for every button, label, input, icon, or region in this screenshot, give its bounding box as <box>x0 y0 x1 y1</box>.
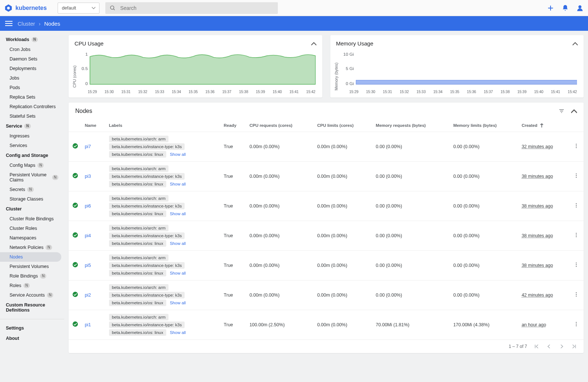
filter-icon[interactable] <box>559 108 565 114</box>
sidebar-item[interactable]: SecretsN <box>0 185 64 194</box>
collapse-icon[interactable] <box>573 41 578 46</box>
sidebar-item[interactable]: RolesN <box>0 281 64 290</box>
more-icon[interactable] <box>573 291 579 297</box>
sidebar-item[interactable]: About <box>0 333 64 344</box>
svg-point-22 <box>73 143 78 148</box>
badge: N <box>24 124 30 129</box>
next-page-icon[interactable] <box>559 344 565 349</box>
search-input[interactable] <box>120 5 273 11</box>
create-icon[interactable] <box>547 4 554 12</box>
column-header[interactable]: Memory requests (bytes) <box>373 120 450 132</box>
cell-mem_lim: 0.00 (0.00%) <box>450 132 519 161</box>
bell-icon[interactable] <box>562 4 569 12</box>
tick: 15:41 <box>290 90 299 94</box>
cell-ready: True <box>221 132 247 161</box>
sidebar-item[interactable]: Network PoliciesN <box>0 243 64 252</box>
breadcrumb-parent[interactable]: Cluster <box>18 21 35 27</box>
show-all-link[interactable]: Show all <box>170 212 186 216</box>
show-all-link[interactable]: Show all <box>170 182 186 186</box>
breadcrumb-current: Nodes <box>44 21 60 27</box>
sidebar-item[interactable]: Jobs <box>0 73 64 83</box>
show-all-link[interactable]: Show all <box>170 301 186 305</box>
namespace-select[interactable]: default <box>58 3 99 14</box>
cell-mem_lim: 0.00 (0.00%) <box>450 191 519 221</box>
sidebar-section-header[interactable]: Config and Storage <box>0 150 64 161</box>
node-link[interactable]: pi1 <box>85 322 91 327</box>
collapse-icon[interactable] <box>571 108 577 114</box>
more-icon[interactable] <box>573 321 579 327</box>
node-link[interactable]: pi2 <box>85 293 91 298</box>
sidebar-section-header[interactable]: ServiceN <box>0 121 64 131</box>
sidebar-item[interactable]: Stateful Sets <box>0 111 64 121</box>
cell-ready: True <box>221 310 247 339</box>
sidebar-item[interactable]: Services <box>0 141 64 150</box>
cell-mem_req: 0.00 (0.00%) <box>373 280 450 310</box>
column-header[interactable]: Name <box>82 120 106 132</box>
collapse-icon[interactable] <box>311 41 316 46</box>
tick: 15:34 <box>433 90 442 94</box>
badge: N <box>52 175 58 180</box>
column-header[interactable]: Ready <box>221 120 247 132</box>
more-icon[interactable] <box>573 143 579 149</box>
sidebar-item[interactable]: Storage Classes <box>0 194 64 204</box>
node-link[interactable]: pi5 <box>85 263 91 268</box>
prev-page-icon[interactable] <box>546 344 552 349</box>
column-header[interactable]: CPU requests (cores) <box>247 120 315 132</box>
column-header[interactable]: Labels <box>106 120 221 132</box>
y-axis-label: CPU (cores) <box>72 52 77 94</box>
more-icon[interactable] <box>573 262 579 268</box>
node-link[interactable]: pi6 <box>85 203 91 209</box>
tick: 15:29 <box>88 90 97 94</box>
user-icon[interactable] <box>576 4 584 12</box>
column-header[interactable]: Memory limits (bytes) <box>450 120 519 132</box>
sidebar-item[interactable]: Cron Jobs <box>0 45 64 54</box>
sidebar-item[interactable]: Persistent Volumes <box>0 262 64 271</box>
node-link[interactable]: pi3 <box>85 174 91 179</box>
sidebar-item[interactable]: Namespaces <box>0 233 64 243</box>
sidebar-item[interactable]: Cluster Role Bindings <box>0 214 64 224</box>
chevron-down-icon <box>92 7 95 9</box>
logo-text: kubernetes <box>15 5 47 11</box>
search-box[interactable] <box>105 2 278 14</box>
menu-icon[interactable] <box>5 21 12 26</box>
badge: N <box>47 293 53 298</box>
last-page-icon[interactable] <box>571 344 577 349</box>
more-icon[interactable] <box>573 232 579 238</box>
sidebar-item[interactable]: Deployments <box>0 64 64 73</box>
sidebar-section-header[interactable]: Custom Resource Definitions <box>0 300 64 315</box>
column-header[interactable]: CPU limits (cores) <box>314 120 373 132</box>
created-time: 38 minutes ago <box>522 263 553 268</box>
cell-mem_req: 0.00 (0.00%) <box>373 132 450 161</box>
label-chip: beta.kubernetes.io/os: linux <box>109 329 166 336</box>
node-link[interactable]: pi4 <box>85 233 91 238</box>
sidebar-item[interactable]: Cluster Roles <box>0 224 64 233</box>
sidebar-item[interactable]: Persistent Volume ClaimsN <box>0 170 64 185</box>
table-row: pi3beta.kubernetes.io/arch: armbeta.kube… <box>69 161 584 191</box>
logo[interactable]: kubernetes <box>4 4 47 12</box>
sidebar-item[interactable]: Settings <box>0 323 64 333</box>
sidebar-section-header[interactable]: Cluster <box>0 204 64 214</box>
tick: 15:39 <box>256 90 265 94</box>
sidebar-item[interactable]: Service AccountsN <box>0 290 64 300</box>
show-all-link[interactable]: Show all <box>170 152 186 157</box>
sidebar-item[interactable]: Ingresses <box>0 131 64 141</box>
sidebar-item[interactable]: Role BindingsN <box>0 271 64 281</box>
cell-mem_req: 0.00 (0.00%) <box>373 221 450 250</box>
sidebar-item[interactable]: Replica Sets <box>0 92 64 102</box>
sidebar-item[interactable]: Pods <box>0 83 64 92</box>
node-link[interactable]: pi7 <box>85 144 91 149</box>
more-icon[interactable] <box>573 202 579 208</box>
sidebar-section-header[interactable]: WorkloadsN <box>0 34 64 45</box>
show-all-link[interactable]: Show all <box>170 271 186 275</box>
show-all-link[interactable]: Show all <box>170 330 186 335</box>
show-all-link[interactable]: Show all <box>170 241 186 246</box>
first-page-icon[interactable] <box>534 344 540 349</box>
column-header[interactable]: Created <box>519 120 570 132</box>
sidebar-item[interactable]: Replication Controllers <box>0 102 64 111</box>
sidebar-item[interactable]: Nodes <box>0 252 61 262</box>
main: CPU Usage CPU (cores) 1 0.5 0 <box>64 31 588 382</box>
more-icon[interactable] <box>573 173 579 179</box>
sidebar-item[interactable]: Config MapsN <box>0 161 64 170</box>
sidebar-item[interactable]: Daemon Sets <box>0 54 64 64</box>
cell-mem_lim: 0.00 (0.00%) <box>450 221 519 250</box>
